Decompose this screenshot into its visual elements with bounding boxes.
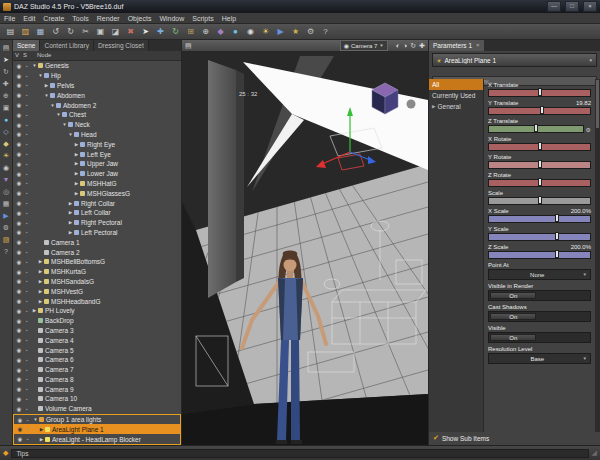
select-box-icon[interactable]: ▪ [24,426,32,432]
select-box-icon[interactable]: ▪ [23,171,31,177]
eye-icon[interactable]: ◉ [15,376,23,382]
tree-row-right-pectoral[interactable]: ◉▪▶Right Pectoral [13,218,181,228]
node-selector[interactable]: ☀ AreaLight Plane 1 ▼ [432,53,597,67]
menu-objects[interactable]: Objects [128,15,152,22]
expand-arrow-icon[interactable]: ▶ [37,299,44,304]
translate-tool-icon[interactable]: ✚ [154,25,167,38]
cast-shadows-toggle[interactable]: On [488,311,591,322]
wire-sphere-icon[interactable]: ◑ [403,42,407,50]
toggle-state[interactable]: On [490,313,536,320]
orientation-cube[interactable] [372,83,398,114]
tree-row-camera-10[interactable]: ◉▪Camera 10 [13,394,181,404]
pane-dock-icon[interactable]: ▤ [1,42,12,53]
tree-row-head[interactable]: ◉▪▼Head [13,130,181,140]
expand-arrow-icon[interactable]: ▶ [73,171,80,176]
eye-icon[interactable]: ◉ [15,318,23,324]
tab-parameters[interactable]: Parameters 1 × [429,40,484,51]
copy-icon[interactable]: ▣ [94,25,107,38]
eye-icon[interactable]: ◉ [15,200,23,206]
menu-edit[interactable]: Edit [23,15,35,22]
tree-row-camera-3[interactable]: ◉▪Camera 3 [13,326,181,336]
tree-row-camera-6[interactable]: ◉▪Camera 6 [13,355,181,365]
close-button[interactable]: × [583,1,597,12]
point-at-dropdown[interactable]: None▼ [488,269,591,280]
select-box-icon[interactable]: ▪ [23,367,31,373]
camera-selector[interactable]: ◉ Camera 7 ▼ [340,40,388,51]
menu-window[interactable]: Window [159,15,184,22]
select-box-icon[interactable]: ▪ [23,73,31,79]
param-slider[interactable] [488,161,591,169]
slider-handle[interactable] [538,142,542,150]
eye-icon[interactable]: ◉ [15,298,23,304]
tree-row-group-1-area-lights[interactable]: ◉▪▼Group 1 area lights [14,415,180,425]
expand-arrow-icon[interactable]: ▼ [43,93,50,98]
slider-handle[interactable] [538,196,542,204]
expand-arrow-icon[interactable]: ▼ [32,417,39,422]
menu-tools[interactable]: Tools [72,15,88,22]
new-scene-icon[interactable]: ▤ [4,25,17,38]
param-slider[interactable] [488,197,591,205]
checkbox-checked-icon[interactable]: ✔ [433,434,439,442]
viewport-canvas[interactable]: 25 : 32 [182,52,428,445]
shaded-sphere-icon[interactable]: ◐ [396,42,400,50]
eye-icon[interactable]: ◉ [15,308,23,314]
render-small-icon[interactable]: ▶ [1,210,12,221]
select-box-icon[interactable]: ▪ [23,406,31,412]
tree-row-abdomen-2[interactable]: ◉▪▼Abdomen 2 [13,100,181,110]
timeline-icon[interactable]: ▦ [1,198,12,209]
tab-dressing-closet[interactable]: Dressing Closet [94,40,149,51]
expand-arrow-icon[interactable]: ▶ [73,142,80,147]
expand-arrow-icon[interactable]: ▶ [67,210,74,215]
param-slider[interactable] [488,233,591,241]
select-box-icon[interactable]: ▪ [23,161,31,167]
orbit-view-icon[interactable]: ↻ [410,42,416,50]
select-box-icon[interactable]: ▪ [23,102,31,108]
resolution-level-dropdown[interactable]: Base▼ [488,353,591,364]
select-box-icon[interactable]: ▪ [23,347,31,353]
tree-row-mshkurtag[interactable]: ◉▪▶MSHKurtaG [13,267,181,277]
pointer-tool-icon[interactable]: ➤ [139,25,152,38]
tree-row-camera-5[interactable]: ◉▪Camera 5 [13,345,181,355]
eye-icon[interactable]: ◉ [15,337,23,343]
tree-row-camera-1[interactable]: ◉▪Camera 1 [13,237,181,247]
select-box-icon[interactable]: ▪ [23,308,31,314]
render-icon[interactable]: ▶ [274,25,287,38]
settings-icon[interactable]: ⚙ [304,25,317,38]
eye-icon[interactable]: ◉ [15,220,23,226]
eye-icon[interactable]: ◉ [15,92,23,98]
scale-tool-icon[interactable]: ⊞ [184,25,197,38]
figure-icon[interactable]: ◆ [1,138,12,149]
expand-arrow-icon[interactable]: ▶ [43,83,50,88]
tree-row-mshbellbottomsg[interactable]: ◉▪▶MSHBellBottomsG [13,257,181,267]
expand-arrow-icon[interactable]: ▶ [38,427,45,432]
param-slider[interactable] [488,125,584,133]
eye-icon[interactable]: ◉ [15,112,23,118]
param-slider[interactable] [488,179,591,187]
expand-arrow-icon[interactable]: ▼ [61,122,68,127]
eye-icon[interactable]: ◉ [15,141,23,147]
gear-icon[interactable]: ⚙ [586,126,591,133]
zoom-icon[interactable]: ⊕ [1,90,12,101]
light-tool-icon[interactable]: ☀ [259,25,272,38]
select-box-icon[interactable]: ▪ [23,63,31,69]
select-box-icon[interactable]: ▪ [23,180,31,186]
eye-icon[interactable]: ◉ [15,278,23,284]
open-file-icon[interactable]: ▨ [19,25,32,38]
eye-icon[interactable]: ◉ [15,161,23,167]
nav-currently-used[interactable]: Currently Used [429,90,483,101]
select-box-icon[interactable]: ▪ [23,210,31,216]
eye-icon[interactable]: ◉ [15,210,23,216]
eye-icon[interactable]: ◉ [15,190,23,196]
select-box-icon[interactable]: ▪ [23,190,31,196]
eye-icon[interactable]: ◉ [15,73,23,79]
resize-grip-icon[interactable]: ◢ [592,449,597,457]
eye-icon[interactable]: ◉ [15,249,23,255]
slider-handle[interactable] [538,88,542,96]
eye-icon[interactable]: ◉ [15,180,23,186]
expand-arrow-icon[interactable]: ▶ [73,152,80,157]
tree-row-left-eye[interactable]: ◉▪▶Left Eye [13,149,181,159]
eye-icon[interactable]: ◉ [15,131,23,137]
select-box-icon[interactable]: ▪ [23,327,31,333]
tree-row-camera-8[interactable]: ◉▪Camera 8 [13,375,181,385]
eye-icon[interactable]: ◉ [15,259,23,265]
